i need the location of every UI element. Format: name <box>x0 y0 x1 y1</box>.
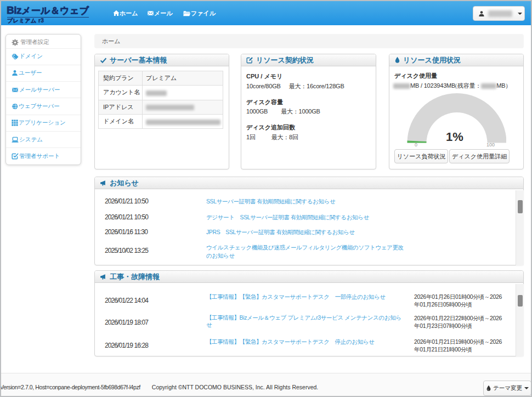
svg-text:0: 0 <box>415 142 417 148</box>
svg-text:100: 100 <box>486 142 495 148</box>
svg-text:1%: 1% <box>446 130 463 144</box>
